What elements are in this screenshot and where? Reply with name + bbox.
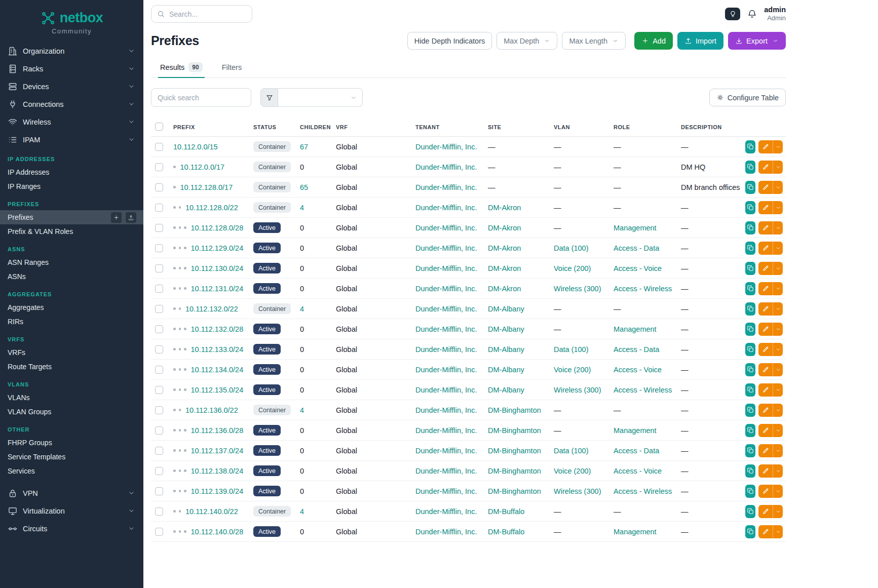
row-actions-dropdown[interactable] [773, 302, 783, 316]
tenant-link[interactable]: Dunder-Mifflin, Inc. [415, 143, 477, 151]
upload-quick-button[interactable] [126, 212, 136, 223]
tenant-link[interactable]: Dunder-Mifflin, Inc. [415, 264, 477, 272]
filter-button[interactable] [260, 88, 278, 107]
column-header-vlan[interactable]: VLAN [550, 120, 609, 135]
clone-button[interactable] [745, 161, 755, 174]
row-actions-dropdown[interactable] [773, 181, 783, 194]
clone-button[interactable] [745, 262, 755, 275]
clone-button[interactable] [745, 302, 755, 316]
tenant-link[interactable]: Dunder-Mifflin, Inc. [415, 163, 477, 171]
edit-button[interactable] [758, 343, 773, 356]
edit-button[interactable] [758, 404, 773, 417]
prefix-link[interactable]: 10.112.129.0/24 [191, 244, 244, 252]
role-link[interactable]: Access - Data [614, 244, 659, 252]
clone-button[interactable] [745, 181, 755, 194]
plus-quick-button[interactable] [111, 212, 122, 223]
clone-button[interactable] [745, 424, 755, 437]
site-link[interactable]: DM-Albany [488, 345, 524, 354]
site-link[interactable]: DM-Buffalo [488, 528, 524, 536]
sidebar-item-vpn[interactable]: VPN [0, 484, 143, 502]
site-link[interactable]: DM-Albany [488, 325, 524, 333]
tenant-link[interactable]: Dunder-Mifflin, Inc. [415, 183, 477, 191]
sidebar-item-ip-addresses[interactable]: IP Addresses [0, 165, 143, 179]
prefix-link[interactable]: 10.112.130.0/24 [191, 264, 244, 272]
site-link[interactable]: DM-Buffalo [488, 507, 524, 516]
row-checkbox[interactable] [155, 143, 163, 151]
role-link[interactable]: Access - Voice [614, 467, 662, 475]
saved-filter-select[interactable] [278, 88, 363, 107]
row-checkbox[interactable] [155, 528, 163, 536]
prefix-link[interactable]: 10.112.132.0/28 [191, 325, 244, 333]
edit-button[interactable] [758, 363, 773, 376]
tenant-link[interactable]: Dunder-Mifflin, Inc. [415, 345, 477, 354]
search-input[interactable] [169, 10, 246, 18]
column-header-vrf[interactable]: VRF [332, 120, 411, 135]
prefix-link[interactable]: 10.112.140.0/28 [191, 528, 244, 536]
role-link[interactable]: Management [614, 224, 657, 232]
edit-button[interactable] [758, 161, 773, 174]
vlan-link[interactable]: Wireless (300) [554, 487, 601, 495]
site-link[interactable]: DM-Akron [488, 204, 521, 212]
prefix-link[interactable]: 10.112.132.0/22 [185, 305, 238, 313]
row-checkbox[interactable] [155, 507, 163, 516]
tenant-link[interactable]: Dunder-Mifflin, Inc. [415, 244, 477, 252]
tenant-link[interactable]: Dunder-Mifflin, Inc. [415, 366, 477, 374]
add-button[interactable]: Add [634, 32, 673, 50]
edit-button[interactable] [758, 525, 773, 538]
column-header-tenant[interactable]: TENANT [411, 120, 484, 135]
vlan-link[interactable]: Data (100) [554, 244, 589, 252]
netbox-logo[interactable]: netbox Community [0, 6, 143, 42]
sidebar-item-vlan-groups[interactable]: VLAN Groups [0, 405, 143, 419]
row-actions-dropdown[interactable] [773, 242, 783, 255]
row-actions-dropdown[interactable] [773, 444, 783, 457]
vlan-link[interactable]: Voice (200) [554, 366, 591, 374]
prefix-link[interactable]: 10.112.128.0/17 [180, 183, 233, 191]
prefix-link[interactable]: 10.112.0.0/15 [173, 143, 218, 151]
role-link[interactable]: Access - Data [614, 447, 659, 455]
row-actions-dropdown[interactable] [773, 525, 783, 538]
prefix-link[interactable]: 10.112.139.0/24 [191, 487, 244, 495]
clone-button[interactable] [745, 140, 755, 153]
row-checkbox[interactable] [155, 183, 163, 191]
tenant-link[interactable]: Dunder-Mifflin, Inc. [415, 528, 477, 536]
site-link[interactable]: DM-Binghamton [488, 447, 541, 455]
clone-button[interactable] [745, 343, 755, 356]
tenant-link[interactable]: Dunder-Mifflin, Inc. [415, 325, 477, 333]
clone-button[interactable] [745, 485, 755, 498]
row-checkbox[interactable] [155, 224, 163, 232]
clone-button[interactable] [745, 323, 755, 336]
prefix-link[interactable]: 10.112.135.0/24 [191, 386, 244, 394]
clone-button[interactable] [745, 505, 755, 518]
column-header-status[interactable]: STATUS [249, 120, 296, 135]
row-actions-dropdown[interactable] [773, 201, 783, 214]
row-checkbox[interactable] [155, 366, 163, 374]
row-checkbox[interactable] [155, 264, 163, 272]
column-header-children[interactable]: CHILDREN [296, 120, 332, 135]
edit-button[interactable] [758, 323, 773, 336]
bell-icon[interactable] [747, 9, 757, 19]
vlan-link[interactable]: Wireless (300) [554, 386, 601, 394]
tenant-link[interactable]: Dunder-Mifflin, Inc. [415, 447, 477, 455]
vlan-link[interactable]: Wireless (300) [554, 285, 601, 293]
tenant-link[interactable]: Dunder-Mifflin, Inc. [415, 285, 477, 293]
row-checkbox[interactable] [155, 204, 163, 212]
edit-button[interactable] [758, 181, 773, 194]
role-link[interactable]: Access - Voice [614, 264, 662, 272]
sidebar-item-prefixes[interactable]: Prefixes [0, 210, 143, 224]
site-link[interactable]: DM-Binghamton [488, 406, 541, 414]
row-checkbox[interactable] [155, 406, 163, 414]
role-link[interactable]: Management [614, 426, 657, 435]
clone-button[interactable] [745, 444, 755, 457]
quick-search-input[interactable] [151, 88, 251, 107]
column-header-site[interactable]: SITE [484, 120, 550, 135]
clone-button[interactable] [745, 201, 755, 214]
column-header-role[interactable]: ROLE [609, 120, 677, 135]
sidebar-item-service-templates[interactable]: Service Templates [0, 450, 143, 464]
row-actions-dropdown[interactable] [773, 464, 783, 478]
configure-table-button[interactable]: Configure Table [709, 89, 786, 106]
vlan-link[interactable]: Voice (200) [554, 467, 591, 475]
row-checkbox[interactable] [155, 244, 163, 252]
edit-button[interactable] [758, 262, 773, 275]
sidebar-item-vrfs[interactable]: VRFs [0, 345, 143, 360]
edit-button[interactable] [758, 140, 773, 153]
